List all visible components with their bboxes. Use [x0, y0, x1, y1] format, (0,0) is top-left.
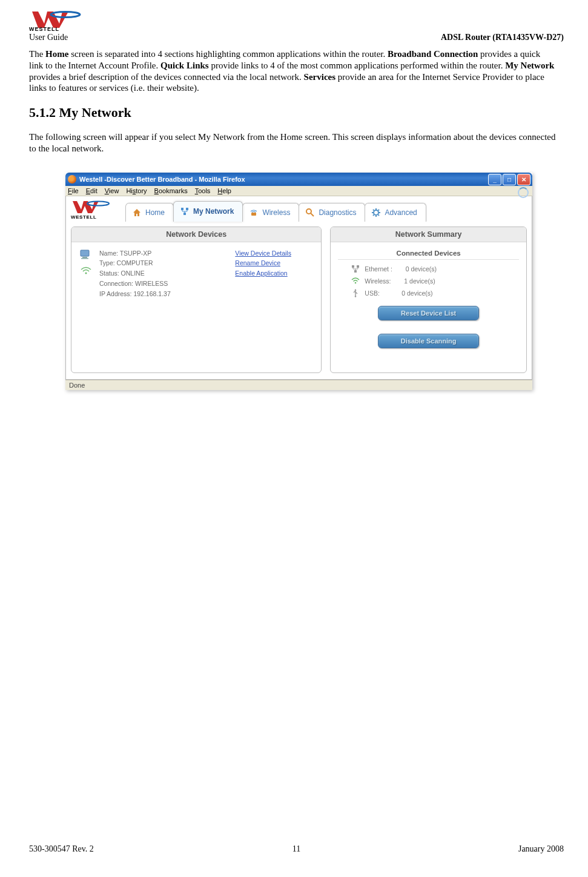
tab-wireless-label: Wireless — [262, 208, 290, 217]
svg-line-17 — [373, 214, 374, 216]
svg-rect-24 — [357, 265, 359, 268]
svg-rect-5 — [186, 208, 188, 210]
menu-view[interactable]: View — [105, 187, 119, 194]
svg-line-15 — [373, 210, 374, 211]
svg-rect-21 — [81, 258, 88, 259]
usb-row: USB: 0 device(s) — [351, 289, 519, 297]
svg-marker-28 — [355, 289, 357, 291]
firefox-icon — [68, 175, 76, 184]
connected-devices-heading: Connected Devices — [338, 248, 519, 260]
computer-icon — [79, 248, 93, 262]
view-device-details-link[interactable]: View Device Details — [235, 248, 314, 259]
svg-text:WESTELL: WESTELL — [71, 214, 96, 219]
network-devices-panel: Network Devices Name: TSUPP-XP Type: COM… — [71, 227, 322, 373]
tab-home-label: Home — [145, 208, 165, 217]
wifi-small-icon — [351, 277, 360, 285]
footer-page: 11 — [29, 844, 564, 854]
svg-line-18 — [378, 210, 380, 211]
network-devices-heading: Network Devices — [71, 227, 321, 242]
svg-rect-25 — [354, 270, 357, 273]
enable-application-link[interactable]: Enable Application — [235, 268, 314, 279]
intro-paragraph: The Home screen is separated into 4 sect… — [29, 48, 556, 94]
tab-my-network[interactable]: My Network — [173, 201, 243, 222]
header-model: ADSL Router (RTA1435VW-D27) — [441, 33, 564, 42]
menu-bookmarks[interactable]: Bookmarks — [154, 187, 188, 194]
network-summary-heading: Network Summary — [331, 227, 526, 242]
tab-advanced-label: Advanced — [385, 208, 417, 217]
window-maximize-button[interactable]: □ — [503, 174, 516, 185]
window-titlebar: Westell -Discover Better Broadband - Moz… — [65, 173, 532, 186]
menu-history[interactable]: History — [126, 187, 147, 194]
disable-scanning-button[interactable]: Disable Scanning — [378, 334, 479, 348]
svg-rect-6 — [183, 213, 186, 215]
svg-point-26 — [355, 282, 357, 283]
westell-logo: WESTELL — [29, 10, 564, 31]
menu-file[interactable]: File — [68, 187, 79, 194]
window-close-button[interactable]: ✕ — [517, 174, 530, 185]
svg-line-9 — [311, 213, 314, 216]
wireless-row: Wireless: 1 device(s) — [351, 277, 519, 285]
tab-diagnostics[interactable]: Diagnostics — [299, 203, 365, 222]
diagnostics-icon — [305, 208, 315, 217]
device-info: Name: TSUPP-XP Type: COMPUTER Status: ON… — [99, 248, 229, 299]
tab-home[interactable]: Home — [125, 203, 174, 222]
menu-edit[interactable]: Edit — [86, 187, 97, 194]
svg-point-27 — [355, 296, 357, 297]
section-paragraph: The following screen will appear if you … — [29, 131, 556, 154]
network-icon — [180, 207, 190, 216]
svg-point-22 — [85, 272, 87, 274]
gear-icon — [371, 208, 381, 217]
ethernet-icon — [351, 265, 360, 273]
svg-rect-4 — [181, 208, 183, 210]
tab-mynetwork-label: My Network — [193, 207, 234, 216]
app-logo: WESTELL — [71, 200, 119, 222]
usb-icon — [351, 289, 360, 297]
wifi-icon — [81, 266, 91, 275]
menu-bar: File Edit View History Bookmarks Tools H… — [65, 186, 532, 196]
section-heading: 5.1.2 My Network — [29, 105, 564, 121]
network-summary-panel: Network Summary Connected Devices Ethern… — [330, 227, 527, 373]
rename-device-link[interactable]: Rename Device — [235, 258, 314, 268]
header-user-guide: User Guide — [29, 33, 68, 42]
svg-point-8 — [306, 209, 311, 214]
svg-rect-19 — [81, 250, 89, 256]
browser-window: Westell -Discover Better Broadband - Moz… — [65, 173, 532, 390]
svg-text:WESTELL: WESTELL — [29, 26, 59, 31]
tab-wireless[interactable]: Wireless — [242, 203, 299, 222]
wireless-icon — [249, 208, 259, 217]
reset-device-list-button[interactable]: Reset Device List — [378, 306, 479, 320]
svg-rect-23 — [352, 265, 354, 268]
svg-point-10 — [374, 210, 378, 215]
window-minimize-button[interactable]: _ — [488, 174, 501, 185]
home-icon — [132, 208, 142, 217]
tab-diagnostics-label: Diagnostics — [319, 208, 356, 217]
menu-tools[interactable]: Tools — [195, 187, 211, 194]
svg-line-16 — [378, 214, 380, 216]
svg-rect-7 — [251, 213, 256, 216]
throbber-icon — [518, 187, 529, 198]
window-title: Westell -Discover Better Broadband - Moz… — [79, 176, 245, 183]
ethernet-row: Ethernet : 0 device(s) — [351, 265, 519, 273]
status-bar: Done — [65, 380, 532, 390]
tab-advanced[interactable]: Advanced — [365, 203, 426, 222]
menu-help[interactable]: Help — [217, 187, 231, 194]
svg-rect-20 — [82, 257, 87, 258]
